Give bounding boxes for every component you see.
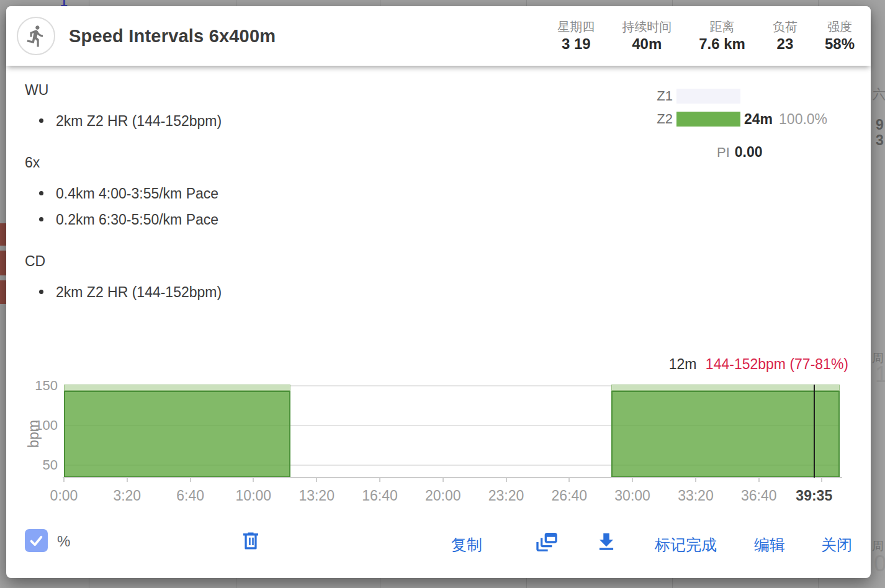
y-tick-label: 100 — [35, 417, 58, 434]
x-tick-mark — [379, 478, 380, 482]
zone-bar-z2 — [676, 112, 740, 127]
workout-step: 0.4km 4:00-3:55/km Pace — [56, 180, 459, 207]
section-heading-wu: WU — [25, 82, 459, 99]
x-tick-mark — [632, 478, 633, 482]
stat-intensity: 强度 58% — [825, 19, 855, 53]
x-axis-labels: 0:003:206:4010:0013:2016:4020:0023:2026:… — [64, 488, 840, 506]
x-tick-label: 13:20 — [299, 488, 335, 504]
backdrop-event-block — [0, 280, 6, 304]
chart-cursor-line — [814, 385, 815, 478]
workout-description: WU 2km Z2 HR (144-152bpm) 6x 0.4km 4:00-… — [25, 82, 459, 326]
y-tick-label: 50 — [43, 457, 58, 473]
workout-step: 0.2km 6:30-5:50/km Pace — [56, 207, 459, 233]
x-tick-mark — [568, 478, 570, 482]
workout-step: 2km Z2 HR (144-152bpm) — [56, 279, 459, 305]
x-tick-mark — [506, 478, 507, 482]
section-heading-repeats: 6x — [25, 154, 459, 171]
zone-bar-z1 — [676, 89, 740, 104]
download-button[interactable] — [595, 530, 618, 554]
backdrop-date-digit: 3 — [876, 132, 884, 149]
x-tick-mark — [63, 478, 65, 482]
mark-complete-button[interactable]: 标记完成 — [655, 535, 717, 555]
zone-row-z2: Z2 24m 100.0% — [652, 112, 827, 127]
hr-range-band-cooldown — [611, 385, 840, 391]
percent-checkbox[interactable] — [25, 529, 48, 552]
hr-target-bar-warmup — [64, 391, 290, 478]
x-tick-label: 0:00 — [50, 488, 78, 504]
duplicate-button[interactable] — [534, 530, 559, 555]
x-tick-label: 6:40 — [176, 488, 204, 504]
backdrop-event-block — [0, 223, 6, 246]
edit-button[interactable]: 编辑 — [754, 535, 785, 555]
backdrop-date-digit: 9 — [876, 117, 884, 133]
duplicate-icon — [534, 530, 559, 555]
stat-date: 星期四 3 19 — [557, 19, 595, 53]
x-tick-label: 39:35 — [796, 488, 832, 504]
y-tick-label: 150 — [35, 378, 58, 394]
close-button[interactable]: 关闭 — [821, 535, 852, 555]
x-tick-mark — [127, 478, 128, 482]
x-tick-label: 16:40 — [362, 488, 398, 504]
workout-step: 2km Z2 HR (144-152bpm) — [56, 108, 459, 134]
annotation-duration: 12m — [669, 356, 697, 372]
run-icon — [24, 24, 48, 48]
x-tick-label: 10:00 — [236, 488, 272, 504]
zone-row-z1: Z1 — [652, 89, 750, 104]
x-tick-label: 23:20 — [488, 488, 524, 504]
x-tick-mark — [253, 478, 254, 482]
backdrop-event-block — [0, 251, 6, 275]
copy-button[interactable]: 复制 — [451, 535, 482, 555]
backdrop-week-number: 1 — [875, 362, 885, 388]
x-tick-label: 30:00 — [614, 488, 650, 504]
section-heading-cd: CD — [25, 253, 459, 270]
chart-plot[interactable] — [64, 380, 840, 478]
backdrop-weekday-label: 六 — [873, 86, 885, 103]
x-tick-label: 3:20 — [113, 488, 141, 504]
x-tick-label: 36:40 — [741, 488, 777, 504]
delete-icon — [240, 530, 262, 552]
stat-duration: 持续时间 40m — [622, 19, 672, 53]
x-tick-mark — [443, 478, 444, 482]
workout-detail-modal: Speed Intervals 6x400m 星期四 3 19 持续时间 40m… — [6, 6, 871, 578]
check-icon — [28, 532, 45, 549]
x-tick-mark — [190, 478, 191, 482]
header-stats: 星期四 3 19 持续时间 40m 距离 7.6 km 负荷 23 强度 58% — [557, 19, 855, 53]
x-tick-mark — [695, 478, 696, 482]
x-tick-label: 20:00 — [425, 488, 461, 504]
activity-type-badge — [17, 17, 55, 55]
download-icon — [595, 530, 618, 554]
hr-target-bar-cooldown — [611, 391, 840, 478]
pi-readout: PI0.00 — [717, 144, 763, 161]
chart-hover-annotation: 12m 144-152bpm (77-81%) — [669, 356, 848, 373]
x-tick-label: 33:20 — [678, 488, 714, 504]
annotation-hr-range: 144-152bpm (77-81%) — [706, 356, 848, 372]
stat-distance: 距离 7.6 km — [699, 19, 745, 53]
delete-button[interactable] — [240, 530, 262, 552]
workout-title: Speed Intervals 6x400m — [69, 26, 276, 47]
stat-load: 负荷 23 — [773, 19, 797, 53]
x-tick-mark — [758, 478, 760, 482]
x-tick-mark — [821, 478, 822, 482]
y-axis: 15010050 — [30, 380, 61, 478]
hr-range-band-warmup — [64, 385, 290, 391]
modal-header: Speed Intervals 6x400m 星期四 3 19 持续时间 40m… — [6, 6, 871, 66]
x-tick-mark — [316, 478, 317, 482]
backdrop-week-number: 0 — [874, 551, 885, 577]
x-tick-label: 26:40 — [552, 488, 588, 504]
x-axis-line — [63, 477, 842, 478]
percent-checkbox-label[interactable]: % — [57, 533, 70, 550]
